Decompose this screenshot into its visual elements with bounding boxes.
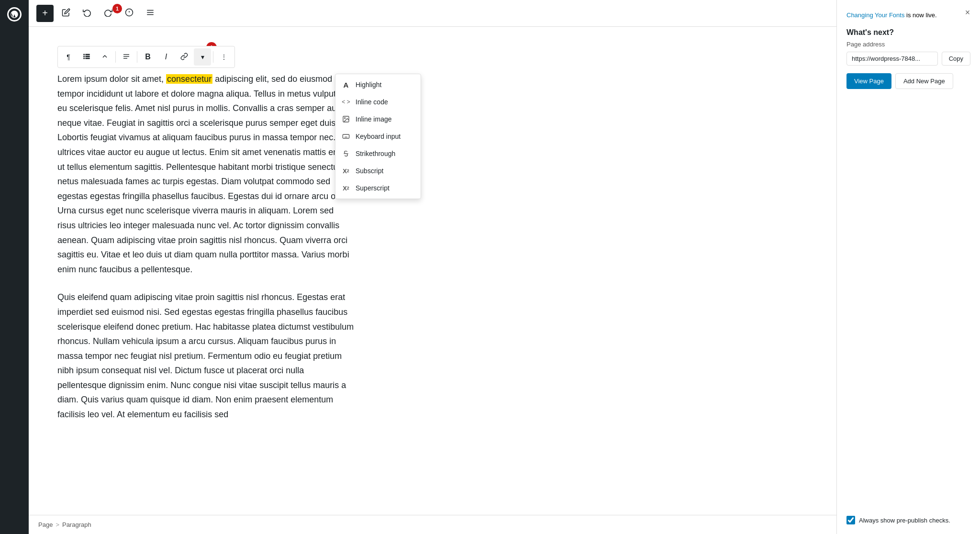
- svg-rect-10: [85, 56, 89, 57]
- dropdown-item-strikethrough[interactable]: Strikethrough: [335, 145, 421, 162]
- italic-button[interactable]: I: [157, 48, 175, 66]
- notification-badge-area: 1: [112, 4, 122, 13]
- page-address-input[interactable]: [846, 52, 938, 66]
- close-icon: ×: [965, 8, 970, 18]
- plus-icon: +: [42, 8, 48, 19]
- highlighted-text: consectetur: [166, 74, 212, 84]
- subscript-label: Subscript: [356, 167, 383, 175]
- svg-rect-7: [83, 56, 85, 57]
- bold-icon: B: [145, 53, 151, 61]
- svg-rect-9: [85, 54, 89, 55]
- dropdown-arrow-icon: ▾: [201, 53, 204, 61]
- redo-icon: [104, 8, 112, 19]
- dropdown-item-inline-code[interactable]: < > Inline code: [335, 93, 421, 111]
- more-icon: ⋮: [221, 53, 227, 61]
- align-icon: [122, 53, 130, 62]
- inline-code-label: Inline code: [356, 98, 388, 106]
- svg-rect-11: [85, 57, 89, 59]
- pencil-icon: [62, 8, 70, 19]
- editor-wrapper: + 1: [29, 0, 836, 534]
- subscript-icon: X2: [341, 166, 351, 176]
- italic-icon: I: [165, 53, 167, 61]
- pre-publish-label: Always show pre-publish checks.: [859, 517, 950, 524]
- add-block-button[interactable]: +: [36, 5, 54, 22]
- svg-point-16: [345, 118, 345, 119]
- list-view-button[interactable]: [142, 5, 159, 22]
- link-icon: [180, 53, 188, 62]
- dropdown-item-highlight[interactable]: A Highlight: [335, 76, 421, 93]
- page-address-row: Copy: [846, 52, 970, 66]
- keyboard-input-label: Keyboard input: [356, 133, 401, 140]
- block-list-icon: [83, 53, 90, 62]
- notification-suffix: is now live.: [906, 11, 937, 19]
- undo-icon: [83, 8, 91, 19]
- svg-rect-17: [343, 134, 349, 138]
- copy-button[interactable]: Copy: [942, 52, 970, 66]
- dropdown-item-superscript[interactable]: X2 Superscript: [335, 179, 421, 197]
- edit-button[interactable]: [57, 5, 75, 22]
- list-view-icon: [146, 8, 155, 19]
- arrows-icon: [101, 53, 109, 62]
- notification-link[interactable]: Changing Your Fonts: [846, 11, 904, 19]
- format-dropdown-menu: A Highlight < > Inline code Inline image: [335, 74, 421, 199]
- link-button[interactable]: [176, 48, 193, 66]
- info-button[interactable]: [121, 5, 138, 22]
- top-toolbar: + 1: [29, 0, 836, 27]
- block-toolbar-area: 1 ¶: [57, 46, 235, 72]
- toolbar-divider-2: [137, 51, 137, 63]
- close-panel-button[interactable]: ×: [961, 6, 974, 19]
- highlight-icon: A: [341, 80, 351, 89]
- superscript-label: Superscript: [356, 184, 390, 192]
- dropdown-item-subscript[interactable]: X2 Subscript: [335, 162, 421, 179]
- move-up-down-button[interactable]: [96, 48, 113, 66]
- whats-next-title: What's next?: [846, 28, 970, 37]
- highlight-label: Highlight: [356, 81, 381, 89]
- keyboard-input-icon: [341, 132, 351, 141]
- info-icon: [125, 8, 134, 19]
- breadcrumb-page[interactable]: Page: [38, 521, 53, 528]
- breadcrumb-bar: Page > Paragraph: [29, 515, 836, 534]
- add-new-page-button[interactable]: Add New Page: [895, 73, 953, 89]
- superscript-icon: X2: [341, 183, 351, 193]
- dropdown-item-inline-image[interactable]: Inline image: [335, 111, 421, 128]
- inline-image-label: Inline image: [356, 115, 392, 123]
- bold-button[interactable]: B: [139, 48, 156, 66]
- panel-notification: Changing Your Fonts is now live.: [846, 10, 970, 19]
- wp-logo[interactable]: [6, 6, 23, 23]
- inline-code-icon: < >: [341, 97, 351, 107]
- more-button[interactable]: ⋮: [215, 48, 233, 66]
- page-address-label: Page address: [846, 41, 970, 48]
- block-toolbar: ¶: [57, 46, 235, 68]
- align-button[interactable]: [118, 48, 135, 66]
- breadcrumb-sep-1: >: [56, 521, 59, 528]
- view-page-button[interactable]: View Page: [846, 73, 891, 89]
- notification-count-badge: 1: [112, 4, 122, 13]
- svg-rect-6: [83, 54, 85, 55]
- paragraph-block-1[interactable]: Lorem ipsum dolor sit amet, consectetur …: [57, 72, 354, 277]
- pre-publish-checkbox[interactable]: [846, 516, 855, 524]
- right-panel: × Changing Your Fonts is now live. What'…: [836, 0, 980, 534]
- paragraph-block-2[interactable]: Quis eleifend quam adipiscing vitae proi…: [57, 290, 354, 422]
- admin-bar: [0, 0, 29, 534]
- more-options-dropdown-button[interactable]: ▾: [194, 48, 211, 66]
- dropdown-item-keyboard-input[interactable]: Keyboard input: [335, 128, 421, 145]
- block-list-button[interactable]: [78, 48, 95, 66]
- strikethrough-icon: [341, 149, 351, 158]
- svg-rect-8: [83, 57, 85, 59]
- inline-image-icon: [341, 114, 351, 124]
- strikethrough-label: Strikethrough: [356, 150, 395, 157]
- panel-buttons-row: View Page Add New Page: [846, 73, 970, 89]
- paragraph-icon: ¶: [67, 53, 70, 61]
- undo-button[interactable]: [78, 5, 96, 22]
- paragraph-type-button[interactable]: ¶: [60, 48, 77, 66]
- toolbar-divider-3: [213, 51, 213, 63]
- editor-content[interactable]: 1 ¶: [29, 27, 836, 515]
- pre-publish-row: Always show pre-publish checks.: [846, 516, 950, 524]
- toolbar-divider-1: [115, 51, 116, 63]
- breadcrumb-paragraph[interactable]: Paragraph: [62, 521, 91, 528]
